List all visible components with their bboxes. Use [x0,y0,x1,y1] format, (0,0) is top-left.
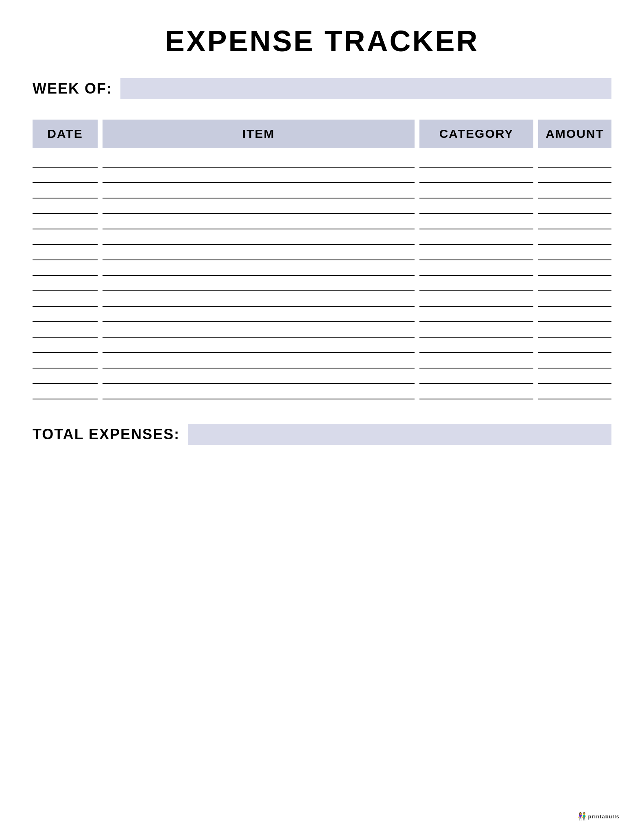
total-expenses-row: TOTAL EXPENSES: [33,424,611,445]
row-cell[interactable] [538,351,611,353]
table-row [33,373,611,388]
total-expenses-label: TOTAL EXPENSES: [33,426,180,443]
row-cell[interactable] [33,397,98,399]
row-cell[interactable] [33,351,98,353]
row-cell[interactable] [419,289,533,291]
table-row [33,249,611,264]
row-cell[interactable] [538,273,611,276]
watermark-icon: 👫 [578,812,587,821]
row-cell[interactable] [538,258,611,260]
row-cell[interactable] [419,196,533,198]
row-cell[interactable] [419,382,533,384]
row-cell[interactable] [103,165,415,168]
table-row [33,357,611,373]
row-cell[interactable] [419,397,533,399]
row-cell[interactable] [33,335,98,338]
expense-table: DATE ITEM CATEGORY AMOUNT [33,120,611,403]
row-cell[interactable] [103,304,415,307]
header-item: ITEM [103,120,415,148]
table-row [33,233,611,249]
row-cell[interactable] [538,335,611,338]
row-cell[interactable] [103,382,415,384]
total-expenses-input[interactable] [188,424,611,445]
row-cell[interactable] [419,242,533,245]
row-cell[interactable] [33,181,98,183]
table-row [33,172,611,187]
header-category: CATEGORY [419,120,533,148]
row-cell[interactable] [419,304,533,307]
row-cell[interactable] [103,227,415,229]
row-cell[interactable] [33,258,98,260]
row-cell[interactable] [538,212,611,214]
row-cell[interactable] [419,258,533,260]
table-row [33,203,611,218]
row-cell[interactable] [538,304,611,307]
row-cell[interactable] [103,181,415,183]
row-cell[interactable] [419,351,533,353]
row-cell[interactable] [538,165,611,168]
table-row [33,342,611,357]
page-title: EXPENSE TRACKER [33,24,611,58]
row-cell[interactable] [33,227,98,229]
table-row [33,218,611,233]
row-cell[interactable] [103,366,415,369]
header-amount: AMOUNT [538,120,611,148]
row-cell[interactable] [419,165,533,168]
row-cell[interactable] [419,366,533,369]
table-row [33,326,611,342]
row-cell[interactable] [538,366,611,369]
week-of-label: WEEK OF: [33,80,112,97]
row-cell[interactable] [103,242,415,245]
row-cell[interactable] [33,366,98,369]
watermark-text: printabulls [588,813,620,820]
row-cell[interactable] [538,196,611,198]
row-cell[interactable] [33,289,98,291]
row-cell[interactable] [103,320,415,322]
table-row [33,295,611,311]
table-row [33,187,611,203]
row-cell[interactable] [33,320,98,322]
row-cell[interactable] [103,351,415,353]
table-header: DATE ITEM CATEGORY AMOUNT [33,120,611,148]
row-cell[interactable] [33,196,98,198]
row-cell[interactable] [538,397,611,399]
row-cell[interactable] [419,335,533,338]
row-cell[interactable] [103,289,415,291]
header-date: DATE [33,120,98,148]
row-cell[interactable] [33,273,98,276]
row-cell[interactable] [419,212,533,214]
row-cell[interactable] [33,242,98,245]
row-cell[interactable] [103,335,415,338]
table-rows [33,156,611,403]
table-row [33,264,611,280]
row-cell[interactable] [33,212,98,214]
row-cell[interactable] [538,320,611,322]
row-cell[interactable] [538,382,611,384]
row-cell[interactable] [419,227,533,229]
row-cell[interactable] [33,382,98,384]
row-cell[interactable] [538,227,611,229]
table-row [33,311,611,326]
week-of-row: WEEK OF: [33,78,611,99]
row-cell[interactable] [103,397,415,399]
table-row [33,280,611,295]
row-cell[interactable] [419,320,533,322]
row-cell[interactable] [103,196,415,198]
row-cell[interactable] [419,181,533,183]
row-cell[interactable] [538,289,611,291]
row-cell[interactable] [103,212,415,214]
table-row [33,388,611,403]
row-cell[interactable] [419,273,533,276]
week-of-input[interactable] [120,78,611,99]
row-cell[interactable] [33,165,98,168]
row-cell[interactable] [538,181,611,183]
row-cell[interactable] [103,273,415,276]
row-cell[interactable] [538,242,611,245]
row-cell[interactable] [33,304,98,307]
row-cell[interactable] [103,258,415,260]
table-row [33,156,611,172]
watermark: 👫 printabulls [578,812,620,821]
